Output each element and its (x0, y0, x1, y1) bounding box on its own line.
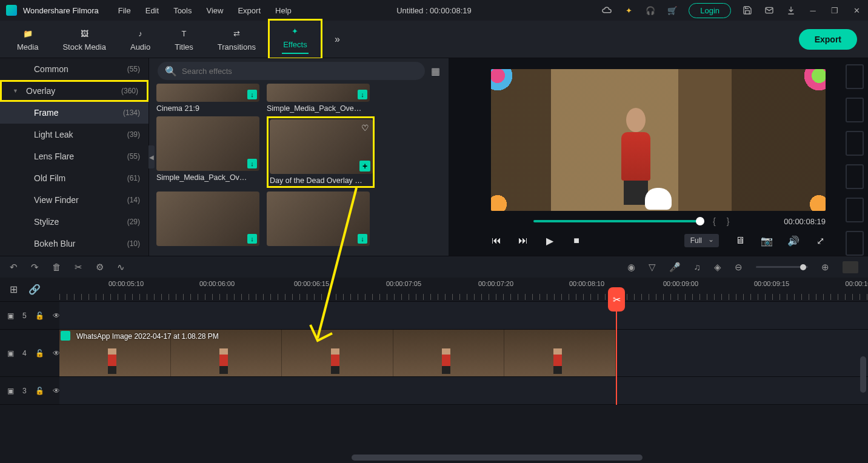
save-icon[interactable] (742, 5, 753, 16)
idea-icon[interactable]: ✦ (623, 5, 634, 16)
lock-icon[interactable]: 🔓 (35, 387, 44, 395)
effect-thumb[interactable]: ↓ (267, 192, 370, 246)
tab-transitions[interactable]: ⇄Transitions (205, 19, 268, 59)
seek-bar[interactable]: {} (533, 216, 735, 227)
delete-icon[interactable]: 🗑 (52, 262, 61, 272)
adjust-icon[interactable]: ⚙ (96, 262, 104, 273)
timeline-ruler[interactable]: ⊞ 🔗 00:00:05:1000:00:06:0000:00:06:1500:… (0, 278, 868, 302)
grid-view-icon[interactable]: ▦ (431, 65, 440, 77)
video-preview[interactable] (491, 69, 826, 211)
tool-slot[interactable] (846, 64, 864, 89)
zoom-in-icon[interactable]: ⊕ (821, 262, 829, 273)
display-icon[interactable]: 🖥 (735, 235, 746, 246)
snapshot-icon[interactable]: 📷 (761, 235, 772, 246)
eye-icon[interactable]: 👁 (53, 349, 60, 358)
undo-icon[interactable]: ↶ (10, 262, 18, 273)
timeline-view-icon[interactable] (843, 261, 858, 273)
menu-help[interactable]: Help (268, 6, 299, 15)
minimize-icon[interactable]: ─ (807, 5, 818, 16)
fullscreen-icon[interactable]: ⤢ (815, 235, 826, 246)
close-icon[interactable]: ✕ (851, 5, 862, 16)
effect-thumb[interactable]: ↓Simple_Media_Pack_Ov… (156, 116, 259, 188)
menu-file[interactable]: File (111, 6, 138, 15)
tab-media[interactable]: 📁Media (5, 19, 50, 59)
volume-icon[interactable]: 🔊 (788, 235, 799, 246)
resolution-select[interactable]: Full (684, 234, 719, 247)
tool-slot[interactable] (846, 131, 864, 156)
tool-slot[interactable] (846, 98, 864, 122)
tool-slot[interactable] (846, 198, 864, 222)
category-common[interactable]: Common(55) (0, 58, 149, 80)
step-icon[interactable]: ⏭ (518, 235, 529, 246)
category-light-leak[interactable]: Light Leak(39) (0, 124, 149, 145)
tool-slot[interactable] (846, 164, 864, 189)
music-icon[interactable]: ♫ (694, 262, 701, 272)
voiceover-icon[interactable]: 🎤 (669, 262, 681, 273)
login-button[interactable]: Login (689, 3, 731, 18)
prev-frame-icon[interactable]: ⏮ (491, 235, 502, 246)
lock-icon[interactable]: 🔓 (35, 349, 44, 358)
eye-icon[interactable]: 👁 (53, 311, 60, 320)
effect-thumb[interactable]: ♡+Day of the Dead Overlay … (267, 116, 375, 188)
menu-export[interactable]: Export (230, 6, 268, 15)
category-bokeh-blur[interactable]: Bokeh Blur(10) (0, 233, 149, 255)
track-toggle-icon[interactable]: ▣ (7, 387, 14, 395)
horizontal-scrollbar[interactable] (352, 455, 643, 461)
download-effect-icon[interactable]: ↓ (247, 234, 257, 244)
headset-icon[interactable]: 🎧 (645, 5, 656, 16)
download-icon[interactable] (786, 5, 796, 16)
tab-titles[interactable]: TTitles (162, 19, 205, 59)
favorite-icon[interactable]: ♡ (361, 123, 369, 133)
category-stylize[interactable]: Stylize(29) (0, 211, 149, 233)
cloud-icon[interactable] (601, 5, 612, 16)
audio-wave-icon[interactable]: ∿ (117, 262, 125, 273)
render-icon[interactable]: ◉ (627, 262, 635, 273)
category-overlay[interactable]: Overlay(360) (0, 80, 149, 102)
playhead[interactable]: ✂ (616, 302, 617, 405)
menu-view[interactable]: View (199, 6, 230, 15)
search-effects-box[interactable]: 🔍 (158, 62, 425, 80)
cut-icon[interactable]: ✂ (75, 262, 82, 273)
category-frame[interactable]: Frame(134) (0, 102, 149, 124)
lock-icon[interactable]: 🔓 (35, 311, 44, 320)
category-old-film[interactable]: Old Film(61) (0, 167, 149, 189)
cart-icon[interactable]: 🛒 (667, 5, 678, 16)
vertical-scrollbar[interactable] (860, 356, 866, 393)
tab-audio[interactable]: ♪Audio (118, 19, 162, 59)
tab-effects[interactable]: ✦Effects (268, 19, 322, 59)
tab-stock[interactable]: 🖼Stock Media (50, 19, 118, 59)
add-effect-icon[interactable]: + (359, 161, 370, 172)
redo-icon[interactable]: ↷ (31, 262, 39, 273)
tool-slot[interactable] (846, 231, 864, 256)
track-toggle-icon[interactable]: ▣ (7, 311, 14, 320)
playhead-scissors-icon[interactable]: ✂ (608, 287, 625, 311)
maximize-icon[interactable]: ❐ (829, 5, 840, 16)
menu-tools[interactable]: Tools (166, 6, 199, 15)
download-effect-icon[interactable]: ↓ (358, 90, 367, 99)
menu-edit[interactable]: Edit (138, 6, 166, 15)
effect-thumb[interactable]: ↓ (156, 192, 259, 246)
play-icon[interactable]: ▶ (544, 235, 555, 246)
track-toggle-icon[interactable]: ▣ (7, 349, 14, 358)
category-view-finder[interactable]: View Finder(14) (0, 189, 149, 211)
export-button[interactable]: Export (799, 29, 857, 50)
video-clip[interactable]: WhatsApp Image 2022-04-17 at 1.08.28 PM … (59, 330, 616, 376)
download-effect-icon[interactable]: ↓ (358, 234, 367, 244)
more-tabs-icon[interactable]: » (335, 34, 340, 45)
keyframe-icon[interactable]: ◈ (714, 262, 721, 273)
mail-icon[interactable] (764, 5, 775, 16)
effect-thumb[interactable]: ↓Cinema 21:9 (156, 84, 259, 113)
zoom-slider[interactable] (756, 266, 808, 268)
eye-icon[interactable]: 👁 (53, 387, 60, 395)
link-icon[interactable]: 🔗 (28, 284, 41, 295)
add-track-icon[interactable]: ⊞ (10, 284, 18, 295)
download-effect-icon[interactable]: ↓ (247, 159, 257, 168)
stop-icon[interactable]: ■ (571, 235, 582, 246)
category-lens-flare[interactable]: Lens Flare(55) (0, 145, 149, 167)
download-effect-icon[interactable]: ↓ (247, 90, 257, 99)
effect-thumb[interactable]: ↓Simple_Media_Pack_Ove… (267, 84, 370, 113)
search-input[interactable] (182, 67, 418, 76)
marker-icon[interactable]: ▽ (649, 262, 656, 273)
track-3: ▣3🔓👁 (0, 377, 868, 405)
zoom-out-icon[interactable]: ⊖ (735, 262, 743, 273)
